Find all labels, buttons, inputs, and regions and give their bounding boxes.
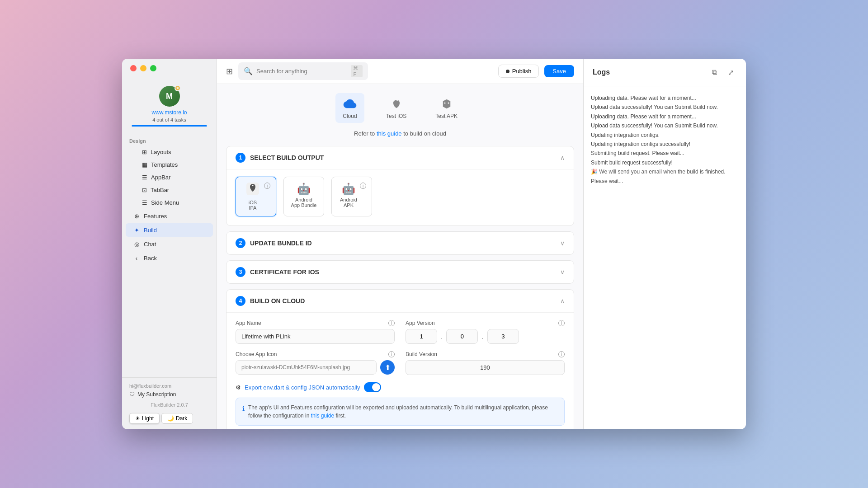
cloud-icon bbox=[343, 97, 357, 111]
version-minor-input[interactable] bbox=[446, 329, 478, 344]
sidebar-item-build[interactable]: ✦ Build bbox=[126, 223, 213, 237]
build-version-input[interactable] bbox=[406, 360, 565, 375]
minimize-button[interactable] bbox=[140, 65, 146, 71]
section-title-2: UPDATE BUNDLE ID bbox=[250, 239, 560, 247]
light-label: Light bbox=[142, 415, 154, 422]
appbar-icon: ☰ bbox=[142, 174, 147, 181]
test-apk-tab-label: Test APK bbox=[435, 113, 458, 119]
publish-dot bbox=[506, 70, 509, 73]
sidebar-url[interactable]: www.mstore.io bbox=[151, 109, 187, 116]
tabbar-icon: ⊡ bbox=[142, 187, 147, 193]
publish-button[interactable]: Publish bbox=[498, 65, 539, 78]
export-toggle[interactable] bbox=[364, 382, 381, 392]
tab-test-ios[interactable]: Test iOS bbox=[379, 93, 414, 123]
dark-label: Dark bbox=[176, 415, 187, 422]
choose-icon-label: Choose App Icon i bbox=[236, 351, 395, 357]
icon-field-row: ⬆ bbox=[236, 360, 395, 375]
logs-actions: ⧉ ⤢ bbox=[708, 66, 737, 79]
tab-test-apk[interactable]: Test APK bbox=[428, 93, 465, 123]
choose-icon-info-icon[interactable]: i bbox=[388, 351, 395, 357]
ios-ipa-icon bbox=[246, 183, 259, 198]
app-version-info-icon[interactable]: i bbox=[558, 320, 565, 326]
guide-link[interactable]: this guide bbox=[377, 130, 402, 137]
section-number-4: 4 bbox=[236, 296, 245, 306]
version-row: . . bbox=[406, 329, 565, 344]
layouts-icon: ⊞ bbox=[142, 149, 147, 155]
section-number-3: 3 bbox=[236, 267, 245, 277]
chevron-up-icon-4: ∧ bbox=[560, 297, 565, 305]
build-version-info-icon[interactable]: i bbox=[558, 351, 565, 357]
shield-icon: 🛡 bbox=[129, 391, 135, 398]
logs-header: Logs ⧉ ⤢ bbox=[584, 59, 746, 86]
sidebar-item-back[interactable]: ‹ Back bbox=[126, 251, 213, 265]
app-name-input[interactable] bbox=[236, 329, 395, 344]
section-update-bundle-id-header[interactable]: 2 UPDATE BUNDLE ID ∨ bbox=[226, 232, 574, 254]
search-input[interactable] bbox=[256, 68, 347, 75]
option-android-bundle[interactable]: 🤖 AndroidApp Bundle bbox=[283, 177, 324, 216]
section-build-on-cloud-header[interactable]: 4 BUILD ON CLOUD ∧ bbox=[226, 290, 574, 312]
apk-icon bbox=[439, 97, 454, 111]
sidebar-item-side-menu[interactable]: ☰ Side Menu bbox=[126, 197, 213, 209]
sidebar-item-appbar[interactable]: ☰ AppBar bbox=[126, 171, 213, 183]
version-patch-input[interactable] bbox=[487, 329, 519, 344]
section-select-build-output: 1 SELECT BUILD OUTPUT ∧ bbox=[226, 146, 574, 226]
section-select-build-output-header[interactable]: 1 SELECT BUILD OUTPUT ∧ bbox=[226, 146, 574, 169]
copy-logs-button[interactable]: ⧉ bbox=[708, 66, 721, 79]
sidebar-item-chat[interactable]: ◎ Chat bbox=[126, 237, 213, 251]
sidebar-item-label: Build bbox=[144, 227, 157, 234]
section-certificate-ios: 3 CERTIFICATE FOR IOS ∨ bbox=[226, 260, 574, 284]
export-toggle-row: ⚙ Export env.dart & config JSON automati… bbox=[236, 382, 565, 392]
sidebar-nav: Design ⊞ Layouts ▦ Templates ☰ AppBar ⊡ … bbox=[122, 132, 217, 377]
maximize-button[interactable] bbox=[150, 65, 156, 71]
sidebar-item-label: Back bbox=[144, 255, 157, 262]
search-bar: 🔍 ⌘ F bbox=[238, 62, 368, 80]
progress-bar-fill bbox=[132, 125, 207, 127]
search-icon: 🔍 bbox=[244, 67, 253, 75]
logs-content: Uploading data. Please wait for a moment… bbox=[584, 86, 746, 429]
android-apk-label: AndroidAPK bbox=[340, 197, 357, 208]
sidebar-item-features[interactable]: ⊕ Features bbox=[126, 209, 213, 223]
log-line: 🎉 We will send you an email when the bui… bbox=[591, 167, 739, 186]
export-label: Export env.dart & config JSON automatica… bbox=[245, 384, 360, 391]
section-certificate-ios-header[interactable]: 3 CERTIFICATE FOR IOS ∨ bbox=[226, 261, 574, 283]
section-title-3: CERTIFICATE FOR IOS bbox=[250, 268, 560, 276]
avatar-badge: ★ bbox=[175, 85, 181, 91]
sidebar-item-layouts[interactable]: ⊞ Layouts bbox=[126, 146, 213, 158]
sidebar-item-templates[interactable]: ▦ Templates bbox=[126, 159, 213, 171]
icon-field-input[interactable] bbox=[236, 360, 377, 375]
expand-logs-button[interactable]: ⤢ bbox=[724, 66, 737, 79]
light-theme-button[interactable]: ☀ Light bbox=[129, 413, 160, 424]
svg-point-3 bbox=[252, 185, 254, 186]
version-major-input[interactable] bbox=[406, 329, 437, 344]
sidebar-item-label: Features bbox=[144, 213, 167, 220]
build-tabs: Cloud Test iOS bbox=[226, 93, 574, 123]
features-icon: ⊕ bbox=[133, 212, 140, 220]
back-icon: ‹ bbox=[133, 254, 140, 262]
option-android-apk[interactable]: 🤖 AndroidAPK i bbox=[331, 177, 372, 216]
android-apk-icon: 🤖 bbox=[342, 183, 355, 195]
section-title-1: SELECT BUILD OUTPUT bbox=[250, 154, 560, 161]
sidebar-item-tabbar[interactable]: ⊡ TabBar bbox=[126, 184, 213, 196]
subscription-item[interactable]: 🛡 My Subscription bbox=[129, 391, 209, 398]
android-apk-info-icon[interactable]: i bbox=[360, 183, 366, 189]
templates-icon: ▦ bbox=[142, 161, 147, 168]
save-button[interactable]: Save bbox=[544, 65, 574, 77]
ios-ipa-info-icon[interactable]: i bbox=[264, 183, 270, 189]
option-ios-ipa[interactable]: iOSIPA i bbox=[236, 177, 276, 216]
tab-cloud[interactable]: Cloud bbox=[335, 93, 364, 123]
icon-upload-button[interactable]: ⬆ bbox=[380, 360, 395, 375]
app-name-info-icon[interactable]: i bbox=[388, 320, 395, 326]
header: ⊞ 🔍 ⌘ F Publish Save bbox=[217, 59, 583, 84]
sidebar-item-label: Chat bbox=[144, 241, 156, 248]
app-name-group: App Name i bbox=[236, 320, 395, 344]
dark-theme-button[interactable]: 🌙 Dark bbox=[161, 413, 193, 424]
close-button[interactable] bbox=[130, 65, 137, 71]
ios-ipa-label: iOSIPA bbox=[249, 200, 257, 211]
info-guide-link[interactable]: this guide bbox=[311, 413, 334, 419]
sidebar-item-label: AppBar bbox=[151, 174, 170, 181]
app-name-label: App Name i bbox=[236, 320, 395, 326]
sidebar: M ★ www.mstore.io 4 out of 4 tasks Desig… bbox=[122, 59, 217, 429]
form-row-2: Choose App Icon i ⬆ bbox=[236, 351, 565, 375]
grid-icon[interactable]: ⊞ bbox=[226, 66, 233, 76]
sidebar-item-label: Layouts bbox=[151, 149, 171, 155]
